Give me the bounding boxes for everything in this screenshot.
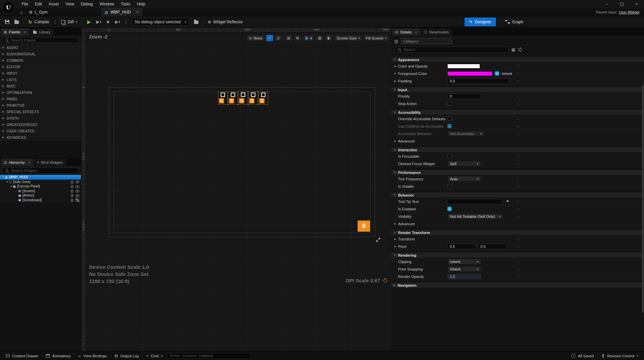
render-opacity-input[interactable]: 1.0: [447, 274, 481, 279]
pixel-snapping-dropdown[interactable]: Inherit ▾: [447, 266, 481, 272]
details-settings-gear-icon[interactable]: [518, 48, 522, 52]
reset-to-default-icon[interactable]: ◇: [517, 65, 519, 68]
unreal-logo[interactable]: U: [2, 1, 15, 14]
lock-icon[interactable]: [71, 186, 73, 188]
widget-reflector-button[interactable]: ▦ Widget Reflector: [206, 18, 245, 26]
is-volatile-checkbox[interactable]: [447, 184, 452, 188]
category-list-icon[interactable]: ▤: [394, 39, 398, 44]
accessible-behavior-dropdown[interactable]: Not Accessible ▾: [447, 131, 484, 136]
graph-button[interactable]: Graph: [505, 20, 523, 24]
lock-widgets-button[interactable]: [275, 35, 282, 41]
ammo-image-widget[interactable]: [251, 93, 255, 97]
ammo-image-widget[interactable]: [261, 93, 265, 97]
lock-icon[interactable]: [71, 200, 73, 202]
ammo-image-widget[interactable]: [231, 93, 235, 97]
debug-object-dropdown[interactable]: No debug object selected ▾: [132, 18, 190, 26]
level-breadcrumb[interactable]: ▦ L_Gym: [26, 10, 51, 15]
section-navigation[interactable]: ▶ Navigation: [391, 283, 644, 288]
tick-frequency-dropdown[interactable]: Auto ▾: [447, 176, 481, 182]
parent-class-link[interactable]: User Widget: [619, 10, 639, 14]
pivot-x-input[interactable]: 0.5: [447, 244, 476, 249]
reset-to-default-icon[interactable]: ◇: [517, 237, 519, 241]
expand-icon[interactable]: ▶: [394, 65, 398, 68]
color-swatch-white[interactable]: [447, 64, 480, 69]
section-appearance[interactable]: ▼ Appearance: [391, 57, 644, 62]
padding-input[interactable]: 0.0: [447, 78, 509, 84]
animations-button[interactable]: Animations: [42, 352, 74, 360]
ammo-count-text[interactable]: 0: [229, 98, 234, 103]
menu-view[interactable]: View: [62, 0, 78, 8]
tree-row-ammo[interactable]: ▣ [Ammo]: [0, 193, 81, 198]
play-button[interactable]: ▶: [85, 18, 93, 26]
reset-to-default-icon[interactable]: ◇: [517, 260, 519, 263]
preview-background-button[interactable]: ▨: [316, 35, 324, 41]
palette-category-synth[interactable]: ▶SYNTH: [0, 115, 81, 122]
reset-to-default-icon[interactable]: ◇: [517, 95, 519, 98]
reset-to-default-icon[interactable]: ◇: [517, 185, 519, 188]
section-input[interactable]: ▼ Input: [391, 87, 644, 93]
save-button[interactable]: [3, 18, 11, 26]
expand-icon[interactable]: ▶: [394, 72, 398, 75]
visibility-eye-icon[interactable]: [76, 180, 79, 184]
compile-options-icon[interactable]: ⋮: [52, 19, 59, 24]
stop-action-checkbox[interactable]: [447, 101, 452, 106]
localization-preview-dropdown[interactable]: ◎ None: [247, 35, 265, 41]
palette-category-common[interactable]: ▶COMMON: [0, 57, 81, 64]
section-interaction[interactable]: ▼ Interaction: [391, 147, 644, 153]
palette-category-editor[interactable]: ▶EDITOR: [0, 64, 81, 70]
visibility-eye-icon[interactable]: [76, 194, 79, 197]
home-icon[interactable]: ⌂: [17, 8, 26, 16]
ammo-count-text[interactable]: 0: [219, 98, 224, 103]
output-log-button[interactable]: ▤ Output Log: [111, 352, 142, 360]
ammo-widget[interactable]: 0: [228, 92, 237, 104]
snap-grid-size-dropdown[interactable]: ▦ 4: [303, 35, 314, 41]
tooltip-text-input[interactable]: [447, 199, 502, 204]
collapse-icon[interactable]: ▼: [5, 181, 9, 183]
stop-button[interactable]: ■: [104, 18, 112, 26]
palette-category-audio[interactable]: ▶AUDIO: [0, 45, 81, 51]
tab-library[interactable]: Library: [30, 28, 54, 35]
content-drawer-button[interactable]: Content Drawer: [2, 352, 42, 360]
console-command-input[interactable]: [168, 353, 251, 359]
eject-button[interactable]: ▶: [113, 18, 122, 26]
reset-to-default-icon[interactable]: ◇: [517, 177, 519, 181]
desired-focus-dropdown[interactable]: Self ▾: [447, 161, 481, 166]
tree-row-canvas-panel[interactable]: ▼ ▦ [Canvas Panel]: [0, 184, 81, 189]
visibility-eye-off-icon[interactable]: [76, 198, 79, 202]
category-input[interactable]: [401, 38, 452, 44]
expand-icon[interactable]: ▶: [394, 238, 398, 240]
dpi-settings-gear-icon[interactable]: [383, 278, 387, 283]
palette-category-lists[interactable]: ▶LISTS: [0, 77, 81, 83]
ammo-widget[interactable]: 0: [218, 92, 227, 104]
browse-content-button[interactable]: [12, 18, 21, 26]
details-search-input[interactable]: [403, 48, 506, 52]
row-behavior-advanced[interactable]: ▶ Advanced: [391, 220, 644, 228]
tab-wbp-hud[interactable]: ▥ WBP_HUD ×: [101, 8, 142, 16]
designer-button[interactable]: ✎ Designer: [465, 18, 496, 26]
outline-mode-button[interactable]: ▤: [285, 35, 292, 41]
ammo-count-text[interactable]: 0: [239, 98, 244, 103]
reset-to-default-icon[interactable]: ◇: [517, 207, 519, 211]
tab-close-icon[interactable]: ×: [137, 10, 139, 15]
close-icon[interactable]: ×: [28, 160, 30, 164]
menu-file[interactable]: File: [18, 0, 31, 8]
revision-control-button[interactable]: Revision Control ▾: [598, 352, 642, 360]
color-swatch-magenta[interactable]: [447, 71, 493, 76]
scrollbar-thumb[interactable]: [642, 85, 644, 313]
priority-input[interactable]: 0: [447, 94, 481, 99]
reset-to-default-icon[interactable]: ◇: [517, 215, 519, 218]
menu-help[interactable]: Help: [134, 0, 149, 8]
ammo-image-widget[interactable]: [221, 93, 225, 97]
tab-hierarchy[interactable]: ▤ Hierarchy ×: [1, 159, 33, 166]
menu-debug[interactable]: Debug: [78, 0, 96, 8]
close-icon[interactable]: ×: [415, 30, 417, 34]
tree-row-safe-zone[interactable]: ▼ ▢ [Safe Zone]: [0, 180, 81, 184]
ammo-count-text[interactable]: 0: [249, 98, 254, 103]
fill-screen-dropdown[interactable]: Fill Screen ▾: [364, 35, 389, 41]
expand-icon[interactable]: ▶: [394, 80, 398, 82]
can-children-accessible-checkbox[interactable]: ✓: [447, 124, 452, 128]
section-render-transform[interactable]: ▼ Render Transform: [391, 230, 644, 235]
expand-icon[interactable]: ▶: [394, 245, 398, 248]
section-performance[interactable]: ▼ Performance: [391, 170, 644, 175]
tree-row-scores[interactable]: ▤ [Scores]: [0, 189, 81, 194]
